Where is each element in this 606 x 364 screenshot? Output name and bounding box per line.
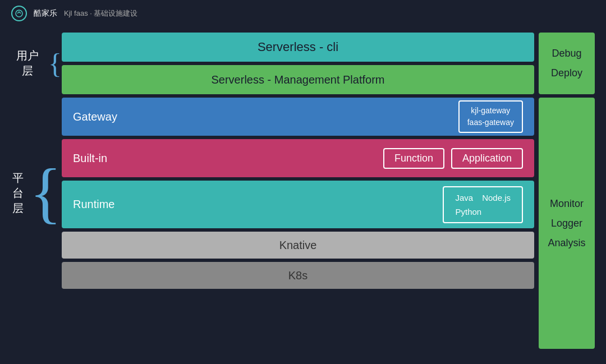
builtin-badges: Function Application: [383, 148, 523, 169]
svg-point-0: [16, 10, 22, 17]
runtime-row-1: Java Node.js: [455, 192, 511, 204]
knative-row: Knative: [62, 232, 534, 259]
right-panel: Debug Deploy Monitor Logger Analysis: [539, 33, 595, 349]
left-labels: 用户层 { 平台层 {: [11, 33, 62, 349]
k8s-row: K8s: [62, 262, 534, 289]
runtime-row-2: Python: [455, 206, 481, 218]
user-layer-label: 用户层: [11, 48, 44, 79]
logo-icon: [11, 6, 27, 21]
platform-layer-label: 平台层: [11, 171, 25, 216]
debug-label: Debug: [552, 48, 581, 59]
logger-label: Logger: [551, 218, 582, 229]
runtime-java: Java: [455, 192, 473, 204]
management-row: Serverless - Management Platform: [62, 65, 534, 94]
deploy-label: Deploy: [551, 67, 582, 79]
k8s-label: K8s: [288, 269, 307, 282]
function-badge: Function: [383, 148, 444, 169]
serverless-cli-label: Serverless - cli: [258, 40, 338, 54]
knative-label: Knative: [279, 239, 317, 252]
gateway-box: kjl-gateway faas-gateway: [458, 100, 523, 133]
gateway-label: Gateway: [73, 110, 117, 123]
user-layer-area: 用户层 {: [11, 33, 62, 94]
application-badge: Application: [451, 148, 523, 169]
logo-text: 酷家乐: [34, 8, 57, 19]
user-brace: {: [48, 49, 62, 77]
runtime-box: Java Node.js Python: [443, 186, 523, 223]
management-label: Serverless - Management Platform: [211, 73, 384, 86]
gateway-line1: kjl-gateway: [467, 105, 514, 117]
diagram-area: Serverless - cli Serverless - Management…: [62, 33, 534, 349]
serverless-cli-row: Serverless - cli: [62, 33, 534, 62]
platform-layer-area: 平台层 {: [11, 98, 62, 288]
builtin-row: Built-in Function Application: [62, 139, 534, 177]
runtime-row: Runtime Java Node.js Python: [62, 181, 534, 228]
builtin-label: Built-in: [73, 152, 107, 165]
right-bottom-panel: Monitor Logger Analysis: [539, 98, 595, 349]
platform-brace: {: [29, 159, 62, 227]
runtime-label: Runtime: [73, 198, 114, 211]
gateway-row: Gateway kjl-gateway faas-gateway: [62, 98, 534, 136]
right-top-panel: Debug Deploy: [539, 33, 595, 94]
bottom-spacer: [11, 292, 62, 349]
main-content: 用户层 { 平台层 { Serverless - cli Serverless …: [0, 27, 606, 360]
header: 酷家乐 Kjl faas · 基础设施建设: [0, 0, 606, 27]
analysis-label: Analysis: [548, 237, 585, 249]
gateway-line2: faas-gateway: [467, 117, 514, 128]
runtime-python: Python: [455, 207, 481, 216]
header-subtitle: Kjl faas · 基础设施建设: [64, 8, 137, 19]
runtime-nodejs: Node.js: [482, 192, 511, 204]
monitor-label: Monitor: [550, 198, 584, 210]
